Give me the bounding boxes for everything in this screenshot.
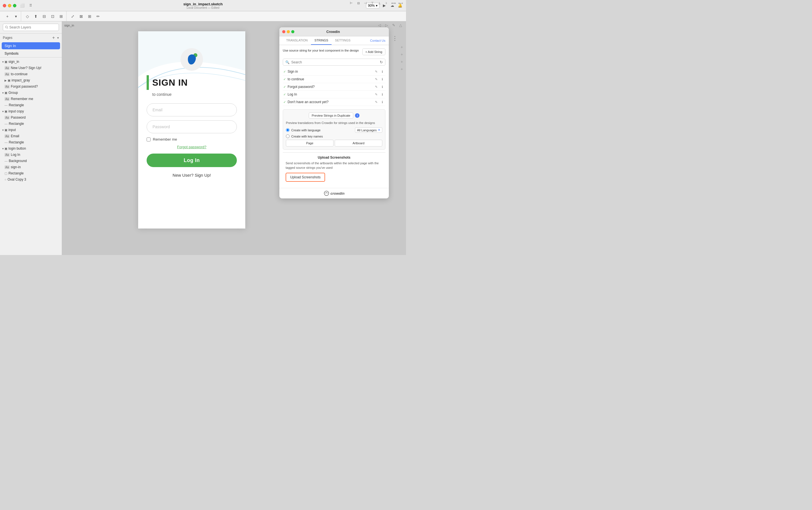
layer-group-label: Group — [8, 91, 59, 95]
layer-password[interactable]: Aa Password — [0, 114, 62, 121]
align-right-icon[interactable]: ⊣ — [362, 0, 369, 6]
layer-rectangle-3[interactable]: — Rectangle — [0, 139, 62, 145]
align-center-h-icon[interactable]: ⊟ — [355, 0, 361, 6]
crowdin-maximize-button[interactable] — [291, 30, 294, 33]
grid-view-icon[interactable]: ⠿ — [28, 3, 34, 9]
layer-input[interactable]: ▾ ▣ input — [0, 127, 62, 133]
diamond-icon[interactable]: ◇ — [23, 13, 31, 20]
add-page-icon[interactable]: + — [51, 35, 56, 40]
close-button[interactable] — [3, 4, 6, 7]
language-x-icon[interactable]: ✕ — [378, 128, 380, 132]
layer-new-user[interactable]: Aa New User? Sign Up! — [0, 65, 62, 71]
pen2-icon[interactable]: ✎ — [390, 22, 397, 28]
layer-rectangle-2[interactable]: — Rectangle — [0, 121, 62, 127]
layer-rectangle-4[interactable]: ▢ Rectangle — [0, 170, 62, 176]
radio-create-keys[interactable] — [286, 134, 290, 138]
dash-icon: — — [4, 141, 8, 144]
artboard: SIGN IN to continue Remember me Forgot p… — [138, 31, 245, 229]
crowdin-search-input[interactable] — [291, 60, 380, 64]
sidebar-toggle-icon[interactable]: ⬜ — [19, 3, 25, 9]
align-center-v-icon[interactable]: ⊥ — [376, 0, 383, 6]
email-input[interactable] — [147, 103, 237, 116]
distribute-h-icon[interactable]: ⟺ — [390, 0, 397, 6]
preview-strings-button[interactable]: Preview Strings in Duplicate — [309, 113, 353, 119]
layer-to-continue[interactable]: Aa to-continue — [0, 71, 62, 77]
arrow-up-icon[interactable]: △ — [398, 22, 404, 28]
edit-icon-2[interactable]: ✎ — [374, 77, 379, 82]
info-icon-4[interactable]: ℹ — [380, 92, 385, 97]
info-icon-5[interactable]: ℹ — [380, 99, 385, 104]
add-button[interactable]: + — [3, 13, 11, 20]
tab-settings[interactable]: SETTINGS — [331, 36, 354, 45]
layer-login-button[interactable]: ▾ ▣ login button — [0, 145, 62, 152]
add-dropdown-button[interactable]: ▾ — [12, 13, 20, 20]
tab-translation[interactable]: TRANSLATION — [283, 36, 311, 45]
layer-rectangle-1[interactable]: — Rectangle — [0, 102, 62, 108]
maximize-button[interactable] — [13, 4, 16, 7]
login-button[interactable]: Log In — [147, 154, 237, 167]
preview-info-icon[interactable]: i — [355, 113, 359, 118]
pen-icon[interactable]: ✏ — [94, 13, 102, 20]
info-icon-3[interactable]: ℹ — [380, 84, 385, 89]
layer-impact-gray[interactable]: ▶ ▣ impact_gray — [0, 77, 62, 83]
search-layers-input[interactable] — [3, 24, 59, 31]
edit-icon-4[interactable]: ✎ — [374, 92, 379, 97]
crop-icon[interactable]: ⊞ — [57, 13, 65, 20]
plus-bot-icon[interactable]: + — [399, 59, 405, 65]
language-selector[interactable]: All Languages ✕ — [355, 127, 382, 133]
plus-mid-icon[interactable]: + — [399, 51, 405, 58]
group-icon: ▣ — [8, 79, 10, 82]
remember-checkbox[interactable] — [147, 138, 150, 142]
string-item-5: ✓ Don't have an account yet? ✎ ℹ — [283, 98, 385, 106]
layer-oval-copy-3[interactable]: ○ Oval Copy 3 — [0, 176, 62, 183]
plus-ext-icon[interactable]: + — [399, 66, 405, 72]
sliders-icon[interactable]: ⊟ — [40, 13, 48, 20]
align-bottom-icon[interactable]: ⊦ — [383, 0, 390, 6]
edit-icon-5[interactable]: ✎ — [374, 99, 379, 104]
password-input[interactable] — [147, 120, 237, 133]
align-top-icon[interactable]: ⊤ — [369, 0, 376, 6]
pages-chevron-icon[interactable]: ▾ — [57, 36, 59, 40]
crowdin-minimize-button[interactable] — [287, 30, 290, 33]
scale-icon[interactable]: ⊠ — [77, 13, 85, 20]
page-item-symbols[interactable]: Symbols — [2, 50, 60, 57]
distribute-v-icon[interactable]: ⟻ — [398, 0, 404, 6]
expand-impact-icon: ▶ — [4, 79, 7, 82]
frame-icon[interactable]: ⊡ — [49, 13, 57, 20]
upload-screenshots-button[interactable]: Upload Screenshots — [286, 173, 325, 182]
edit-icon-3[interactable]: ✎ — [374, 84, 379, 89]
string-actions-3: ✎ ℹ — [374, 84, 385, 89]
edit-icon-1[interactable]: ✎ — [374, 69, 379, 74]
radio-create-language[interactable] — [286, 128, 290, 132]
page-item-signin[interactable]: Sign In — [2, 42, 60, 49]
layer-background[interactable]: — Background — [0, 158, 62, 164]
upload-icon[interactable]: ⬆ — [32, 13, 40, 20]
group-icon: ▣ — [4, 91, 7, 95]
crowdin-close-button[interactable] — [282, 30, 285, 33]
tab-page[interactable]: Page — [286, 140, 334, 147]
layer-input-copy[interactable]: ▾ ▣ input copy — [0, 108, 62, 114]
info-icon-1[interactable]: ℹ — [380, 69, 385, 74]
contact-us-link[interactable]: Contact Us — [370, 37, 385, 44]
layer-log-in-text[interactable]: Aa Log In — [0, 152, 62, 158]
move-icon[interactable]: ⤢ — [69, 13, 77, 20]
green-bar — [147, 75, 149, 90]
tab-artboard[interactable]: Artboard — [335, 140, 382, 147]
forgot-password-link[interactable]: Forgot password? — [177, 145, 206, 149]
minimize-button[interactable] — [8, 4, 11, 7]
pages-header: Pages + ▾ — [0, 33, 62, 42]
layer-group[interactable]: ▾ ▣ Group — [0, 90, 62, 96]
info-icon-2[interactable]: ℹ — [380, 77, 385, 82]
layer-sign-in-group[interactable]: ▾ ▣ sign_in — [0, 59, 62, 65]
layer-email[interactable]: Aa Email — [0, 133, 62, 139]
refresh-icon[interactable]: ↻ — [380, 60, 383, 64]
plus-top-icon[interactable]: + — [399, 44, 405, 50]
add-string-button[interactable]: + Add String — [362, 49, 385, 55]
layout2-icon[interactable]: ⊞ — [86, 13, 94, 20]
layer-sign-in-text[interactable]: Aa sign-in — [0, 164, 62, 170]
layer-remember-me-label: Remember me — [11, 97, 59, 101]
layer-forgot[interactable]: Aa Forgot password? — [0, 83, 62, 90]
tab-strings[interactable]: STRINGS — [311, 36, 331, 45]
align-left-icon[interactable]: ⊢ — [348, 0, 354, 6]
layer-remember-me[interactable]: Aa Remember me — [0, 96, 62, 102]
